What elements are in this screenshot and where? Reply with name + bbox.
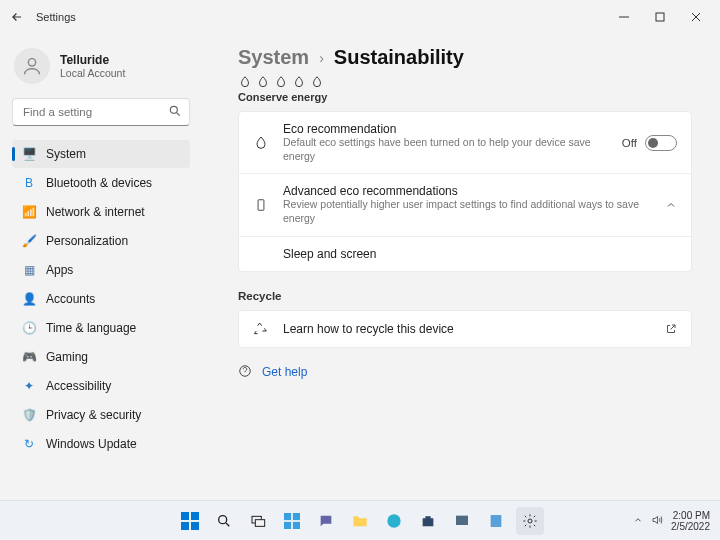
minimize-button[interactable] xyxy=(606,3,642,31)
svg-point-2 xyxy=(170,106,177,113)
nav-label: Accessibility xyxy=(46,379,111,393)
sidebar: Telluride Local Account 🖥️SystemBBluetoo… xyxy=(0,34,200,500)
svg-rect-12 xyxy=(284,513,291,520)
svg-rect-11 xyxy=(255,519,264,526)
eco-title: Eco recommendation xyxy=(283,122,608,136)
device-icon xyxy=(253,198,269,212)
svg-point-16 xyxy=(387,514,400,527)
tray-date: 2/5/2022 xyxy=(671,521,710,532)
recycle-title: Learn how to recycle this device xyxy=(283,322,651,336)
nav-icon: 👤 xyxy=(22,292,36,306)
sidebar-item-system[interactable]: 🖥️System xyxy=(12,140,190,168)
sidebar-item-bluetooth-devices[interactable]: BBluetooth & devices xyxy=(12,169,190,197)
tray-chevron-icon[interactable] xyxy=(633,515,643,527)
breadcrumb-parent[interactable]: System xyxy=(238,46,309,69)
nav-label: System xyxy=(46,147,86,161)
clock[interactable]: 2:00 PM 2/5/2022 xyxy=(671,510,710,532)
system-tray[interactable]: 2:00 PM 2/5/2022 xyxy=(633,510,710,532)
advanced-desc: Review potentially higher user impact se… xyxy=(283,198,651,225)
nav-icon: 📶 xyxy=(22,205,36,219)
sidebar-item-apps[interactable]: ▦Apps xyxy=(12,256,190,284)
nav-label: Windows Update xyxy=(46,437,137,451)
nav-icon: 🕒 xyxy=(22,321,36,335)
nav-icon: ↻ xyxy=(22,437,36,451)
nav-label: Accounts xyxy=(46,292,95,306)
svg-rect-15 xyxy=(293,521,300,528)
help-row: Get help xyxy=(238,364,692,381)
maximize-button[interactable] xyxy=(642,3,678,31)
chevron-right-icon: › xyxy=(319,50,324,66)
sidebar-item-personalization[interactable]: 🖌️Personalization xyxy=(12,227,190,255)
store-icon[interactable] xyxy=(414,507,442,535)
leaf-rating-icons xyxy=(238,75,692,89)
svg-rect-3 xyxy=(258,200,264,211)
avatar-icon xyxy=(14,48,50,84)
search-input[interactable] xyxy=(12,98,190,126)
search-icon xyxy=(168,104,182,122)
nav-label: Personalization xyxy=(46,234,128,248)
row-advanced-eco[interactable]: Advanced eco recommendations Review pote… xyxy=(239,173,691,235)
search-box[interactable] xyxy=(12,98,190,126)
back-button[interactable] xyxy=(6,6,28,28)
taskbar: 2:00 PM 2/5/2022 xyxy=(0,500,720,540)
svg-rect-14 xyxy=(284,521,291,528)
title-bar: Settings xyxy=(0,0,720,34)
nav-icon: ✦ xyxy=(22,379,36,393)
chat-icon[interactable] xyxy=(312,507,340,535)
app-title: Settings xyxy=(36,11,76,23)
svg-rect-0 xyxy=(656,13,664,21)
nav-label: Apps xyxy=(46,263,73,277)
close-button[interactable] xyxy=(678,3,714,31)
open-link-icon xyxy=(665,323,677,335)
svg-rect-17 xyxy=(456,515,468,524)
nav-label: Bluetooth & devices xyxy=(46,176,152,190)
svg-rect-13 xyxy=(293,513,300,520)
sidebar-item-windows-update[interactable]: ↻Windows Update xyxy=(12,430,190,458)
chevron-up-icon xyxy=(665,199,677,211)
nav-label: Time & language xyxy=(46,321,136,335)
svg-rect-7 xyxy=(181,522,189,530)
account-block[interactable]: Telluride Local Account xyxy=(14,48,188,84)
svg-rect-6 xyxy=(191,512,199,520)
file-explorer-icon[interactable] xyxy=(346,507,374,535)
svg-point-9 xyxy=(219,515,227,523)
row-eco-recommendation[interactable]: Eco recommendation Default eco settings … xyxy=(239,112,691,173)
volume-icon[interactable] xyxy=(651,514,663,528)
taskbar-app-icon[interactable] xyxy=(482,507,510,535)
section-conserve-energy: Conserve energy xyxy=(238,91,692,103)
svg-point-1 xyxy=(28,59,35,66)
nav-list: 🖥️SystemBBluetooth & devices📶Network & i… xyxy=(12,140,190,458)
advanced-title: Advanced eco recommendations xyxy=(283,184,651,198)
settings-icon[interactable] xyxy=(516,507,544,535)
nav-label: Gaming xyxy=(46,350,88,364)
nav-icon: 🖌️ xyxy=(22,234,36,248)
svg-rect-8 xyxy=(191,522,199,530)
sidebar-item-accessibility[interactable]: ✦Accessibility xyxy=(12,372,190,400)
taskbar-apps xyxy=(176,507,544,535)
row-learn-recycle[interactable]: Learn how to recycle this device xyxy=(239,311,691,347)
sidebar-item-privacy-security[interactable]: 🛡️Privacy & security xyxy=(12,401,190,429)
sidebar-item-network-internet[interactable]: 📶Network & internet xyxy=(12,198,190,226)
widgets-icon[interactable] xyxy=(278,507,306,535)
section-recycle: Recycle xyxy=(238,290,692,302)
eco-toggle-state: Off xyxy=(622,137,637,149)
task-view-icon[interactable] xyxy=(244,507,272,535)
tray-time: 2:00 PM xyxy=(671,510,710,521)
get-help-link[interactable]: Get help xyxy=(262,365,307,379)
taskbar-search-icon[interactable] xyxy=(210,507,238,535)
start-button[interactable] xyxy=(176,507,204,535)
nav-label: Privacy & security xyxy=(46,408,141,422)
sidebar-item-time-language[interactable]: 🕒Time & language xyxy=(12,314,190,342)
svg-rect-18 xyxy=(491,515,502,527)
nav-icon: ▦ xyxy=(22,263,36,277)
breadcrumb-current: Sustainability xyxy=(334,46,464,69)
row-sleep-and-screen[interactable]: Sleep and screen xyxy=(239,236,691,271)
sidebar-item-gaming[interactable]: 🎮Gaming xyxy=(12,343,190,371)
sidebar-item-accounts[interactable]: 👤Accounts xyxy=(12,285,190,313)
edge-icon[interactable] xyxy=(380,507,408,535)
taskbar-app-icon[interactable] xyxy=(448,507,476,535)
eco-toggle[interactable] xyxy=(645,135,677,151)
nav-icon: B xyxy=(22,176,36,190)
main-panel: System › Sustainability Conserve energy … xyxy=(200,34,720,500)
svg-point-19 xyxy=(528,519,532,523)
